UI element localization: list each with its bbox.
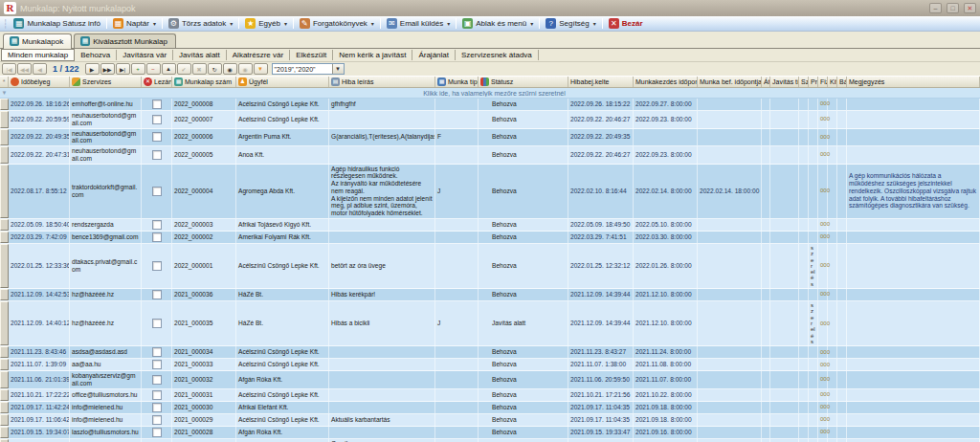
- cell-ugyfel: Argentin Puma Kft.: [236, 129, 329, 146]
- segitseg-menu-button[interactable]: ?Segítség▾: [542, 17, 600, 30]
- column-header-megjegyzes[interactable]: Megjegyzés: [847, 77, 980, 87]
- table-row[interactable]: 2022.09.26. 18:16:26ernhoffer@t-online.h…: [0, 99, 980, 111]
- row-checkbox[interactable]: [152, 132, 162, 142]
- forgatokonyvek-menu-button[interactable]: ✎Forgatókönyvek▾: [296, 17, 378, 30]
- nav-last-button[interactable]: ▶|: [116, 63, 130, 75]
- nav-delete-button[interactable]: −: [146, 63, 161, 75]
- tab-minden-munkalap[interactable]: Minden munkalap: [1, 49, 75, 61]
- row-checkbox[interactable]: [152, 347, 162, 357]
- nav-filter-button[interactable]: ▼: [254, 63, 268, 75]
- egyeb-menu-button[interactable]: ★Egyéb▾: [241, 17, 291, 30]
- window-title: Munkalap: Nyitott munkalapok: [20, 4, 924, 13]
- column-header-fiz[interactable]: Fiz:: [818, 77, 828, 87]
- column-header-prc[interactable]: Prc: [809, 77, 818, 87]
- maximize-button[interactable]: □: [947, 3, 959, 13]
- tab-munkalapok[interactable]: ▦ Munkalapok: [3, 33, 72, 49]
- cell-hiba_leiras: [329, 371, 435, 388]
- tab-elkeszult[interactable]: Elkészült: [290, 50, 333, 60]
- column-header-szervizes[interactable]: Szervizes: [70, 77, 142, 87]
- table-row[interactable]: 2021.09.17. 11:42:24info@mielened.hu2021…: [0, 402, 980, 414]
- year-filter-combo[interactable]: "2019","2020" ▼: [272, 63, 345, 75]
- row-checkbox[interactable]: [152, 403, 162, 412]
- column-header-hiba_leiras[interactable]: ▤Hiba leírás: [329, 77, 435, 87]
- filter-row-hint[interactable]: Klikk ide, ha valamelyik mezőre szűrni s…: [9, 90, 980, 97]
- table-row[interactable]: 2021.10.21. 17:22:22office@tulliusmotors…: [0, 389, 980, 402]
- column-header-munkalap_szam[interactable]: ▦Munkalap szám▽: [172, 77, 236, 87]
- row-checkbox[interactable]: [152, 220, 162, 230]
- bezar-button[interactable]: ✕Bezár: [605, 17, 647, 30]
- tab-nem-kerik-a-javitast[interactable]: Nem kérik a javítást: [333, 50, 412, 60]
- row-checkbox[interactable]: [152, 150, 162, 160]
- chevron-down-icon[interactable]: ▼: [332, 64, 344, 74]
- naptar-menu-button[interactable]: ▦Naptár▾: [109, 17, 160, 30]
- row-checkbox[interactable]: [152, 261, 162, 271]
- cell-idobelyeg: 2021.09.17. 11:42:24: [9, 402, 70, 413]
- email-kuldes-menu-button[interactable]: ✉Email küldés▾: [383, 17, 454, 30]
- close-window-button[interactable]: ✕: [964, 3, 976, 13]
- cell-kezdes: 2022.03.30. 8:00:00: [634, 232, 698, 243]
- column-header-ba[interactable]: Bá:: [837, 77, 847, 87]
- tab-javitas-alatt[interactable]: Javítás alatt: [173, 50, 227, 60]
- tab-alkatreszre-var[interactable]: Alkatrészre vár: [227, 50, 290, 60]
- column-header-hibabej[interactable]: Hibabej.kelte: [568, 77, 634, 87]
- table-row[interactable]: 2021.11.23. 8:43:46asdsa@asdasd.asd2021_…: [0, 346, 980, 359]
- tab-javitasra-var[interactable]: Javításra vár: [117, 50, 173, 60]
- table-row[interactable]: 2021.11.07. 1:39:09aa@aa.hu2021_000033Ac…: [0, 359, 980, 371]
- tab-kivalasztott-munkalap[interactable]: ▦ Kiválasztott Munkalap: [74, 33, 176, 48]
- nav-insert-button[interactable]: +: [131, 63, 145, 75]
- table-row[interactable]: 2021.12.09. 14:42:53hz@házééé.hz2021_000…: [0, 289, 980, 301]
- row-checkbox[interactable]: [152, 319, 162, 328]
- table-row[interactable]: 2022.03.29. 7:42:09bence1369@gmail.com20…: [0, 232, 980, 244]
- column-header-munka_tipusa[interactable]: ▦Munka típusa: [435, 77, 479, 87]
- column-header-kifi[interactable]: Kifi: [828, 77, 837, 87]
- nav-edit-button[interactable]: ▲: [162, 63, 176, 75]
- nav-next-button[interactable]: ▶: [85, 63, 100, 75]
- table-row[interactable]: 2022.01.25. 12:33:36dtakacs.privat@gmail…: [0, 244, 980, 289]
- row-checkbox[interactable]: [152, 390, 162, 400]
- tab-arajanlat[interactable]: Árajánlat: [412, 50, 456, 60]
- nav-bookmark-set-button[interactable]: ◉: [223, 63, 237, 75]
- column-header-atv[interactable]: Átv: [762, 77, 770, 87]
- tab-behozva[interactable]: Behozva: [75, 50, 117, 60]
- row-checkbox[interactable]: [152, 428, 162, 437]
- cell-megjegyzes: [847, 346, 980, 358]
- cell-szervizes: info@mielened.hu: [70, 414, 142, 426]
- nav-next-page-button[interactable]: ▶▶: [100, 63, 115, 75]
- row-checkbox[interactable]: [152, 415, 162, 425]
- table-row[interactable]: 2021.09.15. 19:34:07laszlo@tulliusmotors…: [0, 427, 980, 439]
- column-header-javitas_tip[interactable]: Javítás tí: [770, 77, 799, 87]
- table-row[interactable]: 2021.12.09. 14:40:12hz@házééé.hz2021_000…: [0, 301, 980, 346]
- minimize-button[interactable]: –: [929, 3, 942, 13]
- nav-refresh-button[interactable]: ↻: [208, 63, 222, 75]
- munkalap-statusz-info-button[interactable]: ▦Munkalap Sátusz infó: [10, 17, 104, 30]
- row-checkbox[interactable]: [152, 290, 162, 299]
- table-row[interactable]: 2022.05.09. 18:50:40rendszergazda2022_00…: [0, 219, 980, 232]
- table-row[interactable]: 2022.08.17. 8:55:12traktordoktorkft@gmai…: [0, 165, 980, 219]
- chevron-down-icon: ▾: [371, 20, 374, 27]
- row-checkbox[interactable]: [152, 232, 162, 242]
- table-row[interactable]: 2021.09.17. 11:06:42info@mielened.hu2021…: [0, 414, 980, 427]
- column-header-statusz[interactable]: Státusz: [479, 77, 568, 87]
- torzs-adatok-menu-button[interactable]: ⚙Törzs adatok▾: [165, 17, 236, 30]
- column-header-lezarva[interactable]: ✕Lezárva?: [142, 77, 172, 87]
- column-header-idobelyeg[interactable]: Időbélyeg: [9, 77, 70, 87]
- table-row[interactable]: 2022.09.22. 20:47:31neuhauserbotond@gmai…: [0, 146, 980, 165]
- cell-megjegyzes: [847, 371, 980, 388]
- row-checkbox[interactable]: [152, 115, 162, 124]
- tab-szervizesnek-atadva[interactable]: Szervizesnek átadva: [456, 50, 539, 60]
- table-row[interactable]: 2021.11.06. 21:01:39kobanyatvszerviz@gma…: [0, 371, 980, 389]
- cell-sz: [799, 146, 809, 164]
- row-checkbox[interactable]: [152, 360, 162, 369]
- row-checkbox[interactable]: [152, 375, 162, 385]
- column-header-ugyfel[interactable]: ♟Ügyfél: [236, 77, 329, 87]
- column-header-kezdes[interactable]: Munkakezdés időpontja: [634, 77, 698, 87]
- grid-filter-row[interactable]: ▼ Klikk ide, ha valamelyik mezőre szűrni…: [0, 88, 980, 99]
- ablak-es-menu-button[interactable]: ▣Ablak és menü▾: [458, 17, 537, 30]
- table-row[interactable]: 2022.09.22. 20:49:35neuhauserbotond@gmai…: [0, 129, 980, 147]
- table-row[interactable]: 2021.09.15. 15:43:49mohoki.istvan@gmail.…: [0, 439, 980, 442]
- column-header-sz[interactable]: Sz:: [799, 77, 809, 87]
- column-header-befejezes[interactable]: Munka bef. időpontja: [698, 77, 762, 87]
- row-checkbox[interactable]: [152, 99, 162, 109]
- row-checkbox[interactable]: [152, 187, 162, 196]
- table-row[interactable]: 2022.09.22. 20:59:59neuhauserbotond@gmai…: [0, 111, 980, 129]
